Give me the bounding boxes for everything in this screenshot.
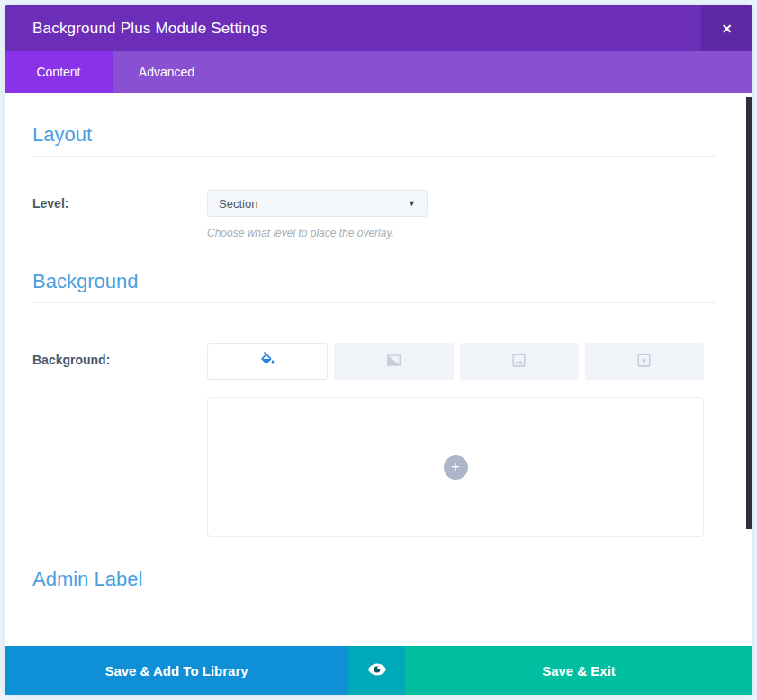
modal-footer: Save & Add To Library Save & Exit (5, 646, 752, 695)
level-field-description: Choose what level to place the overlay. (207, 227, 725, 239)
background-field-label: Background: (32, 343, 207, 367)
section-divider (32, 156, 716, 157)
plus-icon: + (451, 460, 459, 474)
background-field-row: Background: (32, 343, 725, 537)
save-and-exit-button[interactable]: Save & Exit (405, 646, 752, 695)
page-background: Background Plus Module Settings ✕ Conten… (0, 0, 757, 700)
tab-content[interactable]: Content (5, 51, 113, 93)
background-image-tab[interactable] (460, 343, 579, 380)
image-icon (510, 352, 527, 372)
modal-body: Layout Level: Section ▼ Choose what leve… (5, 93, 752, 646)
background-type-tabs (207, 343, 704, 380)
background-color-panel: + (207, 397, 704, 537)
admin-label-section-heading: Admin Label (32, 568, 725, 591)
background-color-tab[interactable] (207, 343, 328, 380)
settings-modal: Background Plus Module Settings ✕ Conten… (5, 5, 752, 695)
gradient-icon (385, 352, 402, 372)
level-field-control: Section ▼ Choose what level to place the… (207, 190, 725, 239)
background-section-heading: Background (32, 270, 725, 293)
paint-bucket-icon (259, 352, 276, 372)
close-icon: ✕ (722, 22, 733, 36)
background-gradient-tab[interactable] (334, 343, 453, 380)
save-add-to-library-button[interactable]: Save & Add To Library (5, 646, 348, 695)
video-play-icon (635, 352, 653, 372)
modal-title: Background Plus Module Settings (5, 20, 267, 38)
background-field-control: + (207, 343, 704, 537)
tab-advanced[interactable]: Advanced (113, 51, 221, 93)
level-select[interactable]: Section ▼ (207, 190, 428, 217)
level-field-row: Level: Section ▼ Choose what level to pl… (32, 190, 725, 239)
section-divider (32, 302, 716, 303)
eye-icon (366, 659, 388, 683)
preview-button[interactable] (348, 646, 405, 695)
background-video-tab[interactable] (585, 343, 704, 380)
close-button[interactable]: ✕ (701, 5, 752, 51)
level-field-label: Level: (32, 190, 207, 217)
chevron-down-icon: ▼ (408, 199, 416, 208)
modal-header: Background Plus Module Settings ✕ (5, 5, 752, 51)
add-color-button[interactable]: + (444, 455, 468, 480)
modal-tabbar: Content Advanced (5, 51, 752, 93)
scrollbar-thumb[interactable] (746, 97, 752, 529)
layout-section-heading: Layout (32, 123, 725, 147)
level-select-value: Section (219, 197, 257, 211)
